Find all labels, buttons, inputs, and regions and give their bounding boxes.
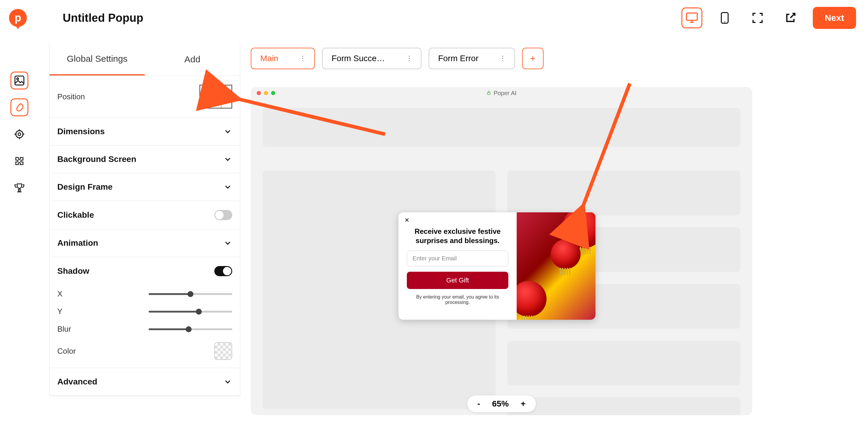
lock-icon (487, 91, 491, 96)
panel-tabs: Global Settings Add (50, 43, 240, 76)
placeholder (263, 108, 740, 147)
page-title: Untitled Popup (63, 12, 143, 25)
state-success[interactable]: Form Succe…⋮ (322, 48, 422, 69)
shadow-y-label: Y (57, 307, 62, 316)
rail-trophy-icon[interactable] (10, 179, 28, 197)
position-label: Position (57, 92, 85, 101)
shadow-label: Shadow (57, 266, 89, 276)
zoom-in-button[interactable]: + (521, 399, 526, 409)
row-position: Position (50, 76, 240, 118)
window-dot-green (271, 91, 275, 95)
window-dot-red (257, 91, 261, 95)
next-button[interactable]: Next (813, 7, 856, 29)
tab-add[interactable]: Add (145, 43, 240, 75)
tab-global-settings[interactable]: Global Settings (50, 43, 145, 75)
advanced-label: Advanced (57, 377, 97, 386)
chevron-down-icon (223, 377, 232, 386)
shadow-y-slider[interactable] (149, 311, 232, 312)
popup-title: Receive exclusive festive surprises and … (407, 227, 508, 245)
popup-footer: By entering your email, you agree to its… (407, 294, 508, 305)
svg-rect-3 (15, 76, 24, 85)
popup-image (517, 212, 595, 320)
zoom-value: 65% (492, 399, 508, 409)
placeholder (507, 341, 740, 385)
clickable-toggle[interactable] (214, 210, 232, 220)
shadow-color-swatch[interactable] (214, 342, 232, 360)
row-frame[interactable]: Design Frame (50, 173, 240, 201)
dots-icon[interactable]: ⋮ (499, 55, 505, 62)
popup-preview[interactable]: ✕ Receive exclusive festive surprises an… (399, 212, 595, 320)
popup-left: ✕ Receive exclusive festive surprises an… (399, 212, 517, 320)
email-field[interactable]: Enter your Email (407, 250, 508, 266)
dots-icon[interactable]: ⋮ (299, 55, 305, 62)
placeholder (507, 171, 740, 215)
row-shadow-y: Y (50, 303, 240, 320)
shadow-x-label: X (57, 289, 62, 299)
add-state-button[interactable]: + (522, 48, 544, 69)
window-bar: Poper AI (251, 87, 752, 99)
shadow-toggle[interactable] (214, 266, 232, 276)
header-right: Next (681, 7, 856, 29)
position-grid[interactable] (199, 85, 232, 108)
animation-label: Animation (57, 238, 98, 248)
state-error[interactable]: Form Error⋮ (429, 48, 515, 69)
canvas: Main⋮ Form Succe…⋮ Form Error⋮ + Poper A… (251, 48, 865, 442)
row-shadow: Shadow (50, 257, 240, 285)
svg-point-5 (16, 131, 23, 138)
svg-point-6 (18, 133, 21, 136)
shadow-color-label: Color (57, 346, 76, 356)
preview-window: Poper AI ✕ Receive exclusive festive sur… (251, 87, 752, 415)
rail-target-icon[interactable] (10, 125, 28, 143)
state-main[interactable]: Main⋮ (251, 48, 315, 69)
frame-label: Design Frame (57, 182, 113, 192)
svg-rect-0 (686, 13, 697, 21)
fullscreen-icon[interactable] (747, 7, 768, 28)
row-shadow-color: Color (50, 338, 240, 368)
shadow-x-slider[interactable] (149, 293, 232, 295)
get-gift-button[interactable]: Get Gift (407, 272, 508, 289)
rail-brush-icon[interactable] (10, 98, 28, 116)
mobile-icon[interactable] (714, 7, 735, 28)
zoom-control: - 65% + (467, 396, 536, 412)
row-background[interactable]: Background Screen (50, 145, 240, 173)
clickable-label: Clickable (57, 210, 94, 220)
zoom-out-button[interactable]: - (477, 399, 480, 409)
svg-point-4 (17, 78, 19, 80)
external-icon[interactable] (780, 7, 801, 28)
row-clickable: Clickable (50, 201, 240, 229)
window-dot-yellow (264, 91, 268, 95)
chevron-down-icon (223, 182, 232, 192)
desktop-icon[interactable] (681, 7, 702, 28)
row-animation[interactable]: Animation (50, 229, 240, 257)
header: p Untitled Popup Next (0, 0, 868, 36)
row-advanced[interactable]: Advanced (50, 368, 240, 396)
dots-icon[interactable]: ⋮ (406, 55, 412, 62)
shadow-blur-label: Blur (57, 325, 71, 334)
row-shadow-x: X (50, 285, 240, 303)
svg-rect-7 (488, 93, 490, 95)
close-icon[interactable]: ✕ (404, 216, 409, 224)
settings-panel: Global Settings Add Position Dimensions … (49, 43, 240, 396)
header-left: p Untitled Popup (9, 9, 143, 27)
state-tabs: Main⋮ Form Succe…⋮ Form Error⋮ + (251, 48, 865, 69)
left-rail (9, 72, 30, 197)
placeholder (507, 397, 740, 415)
shadow-blur-slider[interactable] (149, 328, 232, 330)
rail-puzzle-icon[interactable] (10, 152, 28, 170)
rail-image-icon[interactable] (10, 72, 28, 90)
row-shadow-blur: Blur (50, 320, 240, 338)
chevron-down-icon (223, 127, 232, 136)
window-title: Poper AI (487, 90, 517, 97)
row-dimensions[interactable]: Dimensions (50, 118, 240, 145)
svg-point-2 (724, 21, 725, 22)
dimensions-label: Dimensions (57, 127, 105, 136)
chevron-down-icon (223, 155, 232, 164)
chevron-down-icon (223, 239, 232, 247)
background-label: Background Screen (57, 155, 136, 164)
logo-icon: p (9, 9, 27, 27)
